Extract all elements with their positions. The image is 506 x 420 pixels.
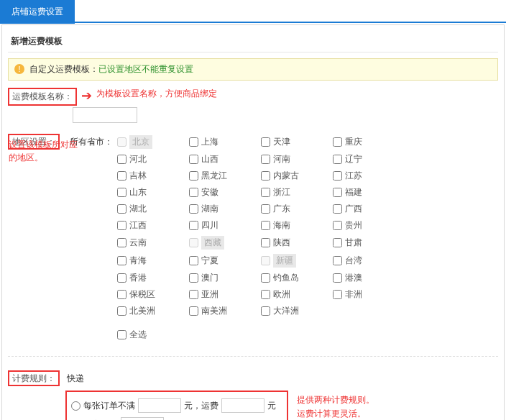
province-checkbox[interactable] xyxy=(117,221,126,230)
province-青海[interactable]: 青海 xyxy=(117,254,189,268)
template-name-input[interactable] xyxy=(73,107,137,123)
province-checkbox[interactable] xyxy=(189,137,198,147)
province-checkbox[interactable] xyxy=(261,238,270,247)
province-宁夏[interactable]: 宁夏 xyxy=(189,254,261,268)
province-湖北[interactable]: 湖北 xyxy=(117,203,189,215)
province-checkbox[interactable] xyxy=(333,273,342,283)
province-checkbox[interactable] xyxy=(117,290,126,299)
province-新疆[interactable]: 新疆 xyxy=(261,254,333,268)
province-grid: 北京上海天津重庆河北山西河南辽宁吉林黑龙江内蒙古江苏山东安徽浙江福建湖北湖南广东… xyxy=(117,133,405,343)
province-checkbox[interactable] xyxy=(333,204,342,214)
select-all-checkbox[interactable] xyxy=(117,330,126,339)
province-福建[interactable]: 福建 xyxy=(333,186,405,198)
province-checkbox[interactable] xyxy=(333,221,342,230)
province-黑龙江[interactable]: 黑龙江 xyxy=(189,170,261,182)
province-checkbox[interactable] xyxy=(189,188,198,197)
province-checkbox[interactable] xyxy=(189,238,198,247)
province-checkbox[interactable] xyxy=(189,155,198,164)
province-台湾[interactable]: 台湾 xyxy=(333,254,405,268)
province-checkbox[interactable] xyxy=(333,290,342,299)
province-广西[interactable]: 广西 xyxy=(333,203,405,215)
province-海南[interactable]: 海南 xyxy=(261,219,333,232)
rule-radio-1[interactable] xyxy=(71,401,80,411)
province-河南[interactable]: 河南 xyxy=(261,153,333,165)
province-checkbox[interactable] xyxy=(189,256,198,265)
province-checkbox[interactable] xyxy=(117,306,126,316)
province-checkbox[interactable] xyxy=(261,290,270,299)
province-checkbox[interactable] xyxy=(261,171,270,181)
province-checkbox[interactable] xyxy=(261,137,270,147)
province-checkbox[interactable] xyxy=(117,204,126,214)
province-checkbox[interactable] xyxy=(117,256,126,265)
province-安徽[interactable]: 安徽 xyxy=(189,186,261,198)
province-广东[interactable]: 广东 xyxy=(261,203,333,215)
province-checkbox[interactable] xyxy=(189,290,198,299)
province-大洋洲[interactable]: 大洋洲 xyxy=(261,305,333,317)
province-香港[interactable]: 香港 xyxy=(117,272,189,284)
province-陕西[interactable]: 陕西 xyxy=(261,236,333,250)
province-南美洲[interactable]: 南美洲 xyxy=(189,305,261,317)
warn-msg: 已设置地区不能重复设置 xyxy=(98,64,193,74)
province-山东[interactable]: 山东 xyxy=(117,186,189,198)
province-港澳[interactable]: 港澳 xyxy=(333,272,405,284)
province-checkbox[interactable] xyxy=(189,204,198,214)
province-checkbox[interactable] xyxy=(261,273,270,283)
province-贵州[interactable]: 贵州 xyxy=(333,219,405,232)
template-name-input-row xyxy=(8,107,498,123)
province-checkbox[interactable] xyxy=(333,188,342,197)
rule-option-2: 固定运费 元 xyxy=(71,415,282,420)
province-浙江[interactable]: 浙江 xyxy=(261,186,333,198)
rule2-fee-input[interactable] xyxy=(121,417,164,420)
section-title: 新增运费模板 xyxy=(8,31,498,52)
province-checkbox[interactable] xyxy=(117,188,126,197)
province-北美洲[interactable]: 北美洲 xyxy=(117,305,189,317)
province-甘肃[interactable]: 甘肃 xyxy=(333,236,405,250)
province-江西[interactable]: 江西 xyxy=(117,219,189,232)
province-天津[interactable]: 天津 xyxy=(261,135,333,149)
province-江苏[interactable]: 江苏 xyxy=(333,170,405,182)
province-checkbox[interactable] xyxy=(189,306,198,316)
tab-shipping[interactable]: 店铺运费设置 xyxy=(0,0,75,24)
rule-tips: 提供两种计费规则。 运费计算更灵活。 运费必须大于等于0，且最大为500，不能为… xyxy=(297,388,480,420)
province-checkbox[interactable] xyxy=(261,204,270,214)
province-checkbox[interactable] xyxy=(333,238,342,247)
province-亚洲[interactable]: 亚洲 xyxy=(189,288,261,301)
province-checkbox[interactable] xyxy=(117,155,126,164)
province-checkbox[interactable] xyxy=(261,155,270,164)
select-all[interactable]: 全选 xyxy=(117,329,189,341)
province-checkbox[interactable] xyxy=(117,273,126,283)
province-checkbox[interactable] xyxy=(117,137,126,147)
province-上海[interactable]: 上海 xyxy=(189,135,261,149)
rule1-threshold-input[interactable] xyxy=(138,398,181,413)
province-湖南[interactable]: 湖南 xyxy=(189,203,261,215)
province-checkbox[interactable] xyxy=(261,256,270,265)
province-内蒙古[interactable]: 内蒙古 xyxy=(261,170,333,182)
province-云南[interactable]: 云南 xyxy=(117,236,189,250)
province-钓鱼岛[interactable]: 钓鱼岛 xyxy=(261,272,333,284)
province-北京[interactable]: 北京 xyxy=(117,135,189,149)
rule1-fee-input[interactable] xyxy=(221,398,264,413)
province-checkbox[interactable] xyxy=(189,273,198,283)
province-checkbox[interactable] xyxy=(261,221,270,230)
province-checkbox[interactable] xyxy=(117,171,126,181)
province-澳门[interactable]: 澳门 xyxy=(189,272,261,284)
province-河北[interactable]: 河北 xyxy=(117,153,189,165)
province-保税区[interactable]: 保税区 xyxy=(117,288,189,301)
province-checkbox[interactable] xyxy=(261,306,270,316)
province-重庆[interactable]: 重庆 xyxy=(333,135,405,149)
province-吉林[interactable]: 吉林 xyxy=(117,170,189,182)
province-checkbox[interactable] xyxy=(333,137,342,147)
province-checkbox[interactable] xyxy=(333,256,342,265)
province-非洲[interactable]: 非洲 xyxy=(333,288,405,301)
province-四川[interactable]: 四川 xyxy=(189,219,261,232)
province-checkbox[interactable] xyxy=(117,238,126,247)
province-欧洲[interactable]: 欧洲 xyxy=(261,288,333,301)
province-checkbox[interactable] xyxy=(261,188,270,197)
province-checkbox[interactable] xyxy=(333,155,342,164)
province-checkbox[interactable] xyxy=(189,171,198,181)
province-山西[interactable]: 山西 xyxy=(189,153,261,165)
province-checkbox[interactable] xyxy=(333,171,342,181)
province-辽宁[interactable]: 辽宁 xyxy=(333,153,405,165)
province-西藏[interactable]: 西藏 xyxy=(189,236,261,250)
province-checkbox[interactable] xyxy=(189,221,198,230)
